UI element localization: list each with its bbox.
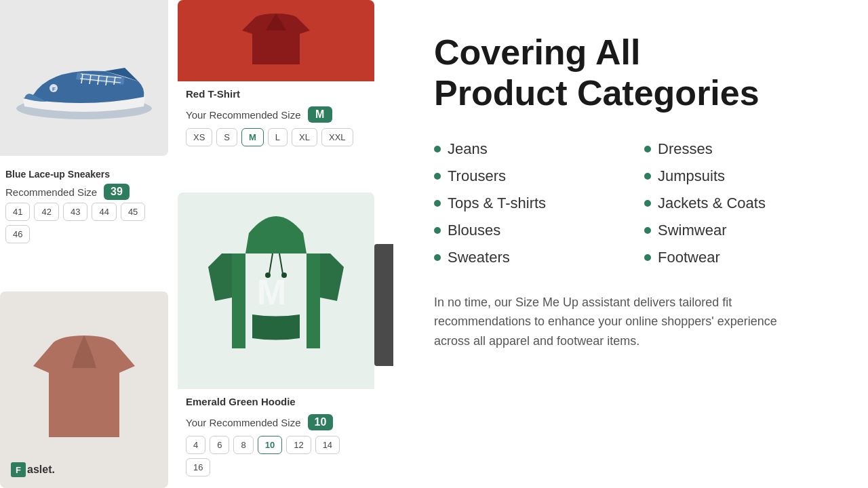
- sneaker-size-41[interactable]: 41: [5, 203, 30, 221]
- scroll-bar[interactable]: [374, 244, 393, 366]
- tshirt-svg: [242, 10, 310, 71]
- sneaker-product-name: Blue Lace-up Sneakers: [0, 166, 168, 182]
- hoodie-card: M Emerald Green Hoodie Your Recommended …: [178, 192, 374, 476]
- svg-text:F: F: [52, 86, 56, 92]
- categories-right-list: DressesJumpsuitsJackets & CoatsSwimwearF…: [644, 136, 827, 271]
- tshirt-size-M[interactable]: M: [241, 128, 264, 146]
- category-item: Jeans: [434, 136, 617, 163]
- hoodie-product-name: Emerald Green Hoodie: [178, 389, 374, 411]
- hoodie-size-10[interactable]: 10: [258, 436, 282, 454]
- sneaker-label-area: Blue Lace-up Sneakers Recommended Size 3…: [0, 166, 168, 243]
- description-text: In no time, our Size Me Up assistant del…: [434, 293, 787, 351]
- logo-icon: F: [11, 462, 26, 477]
- hoodie-recommended-row: Your Recommended Size 10: [178, 411, 374, 436]
- category-item: Dresses: [644, 136, 827, 163]
- hoodie-size-14[interactable]: 14: [315, 436, 340, 454]
- tshirt-image: [178, 0, 374, 81]
- category-item: Swimwear: [644, 217, 827, 244]
- tshirt-size-badge: M: [308, 106, 332, 123]
- hoodie-svg: M: [208, 213, 344, 369]
- sneaker-size-options: 414243444546: [0, 203, 168, 243]
- brown-tshirt-card: [0, 291, 168, 488]
- category-item: Sweaters: [434, 244, 617, 271]
- logo-text: aslet.: [27, 464, 55, 476]
- sneaker-recommended-row: Recommended Size 39: [0, 182, 168, 203]
- right-panel: Covering All Product Categories JeansTro…: [393, 0, 868, 488]
- svg-point-14: [281, 272, 287, 278]
- sneaker-recommended-label: Recommended Size: [5, 186, 97, 198]
- tshirt-card: Red T-Shirt Your Recommended Size M XSSM…: [178, 0, 374, 157]
- hoodie-size-options: 46810121416: [178, 436, 374, 476]
- sneaker-size-45[interactable]: 45: [121, 203, 145, 221]
- left-panel: F Blue Lace-up Sneakers Recommended Size…: [0, 0, 393, 488]
- hoodie-size-8[interactable]: 8: [233, 436, 253, 454]
- sneaker-size-42[interactable]: 42: [34, 203, 58, 221]
- hoodie-size-6[interactable]: 6: [210, 436, 229, 454]
- tshirt-size-XL[interactable]: XL: [292, 128, 317, 146]
- hoodie-recommended-label: Your Recommended Size: [186, 417, 301, 428]
- hoodie-image: M: [178, 192, 374, 389]
- tshirt-size-XXL[interactable]: XXL: [321, 128, 353, 146]
- svg-point-13: [265, 272, 271, 278]
- main-title: Covering All Product Categories: [434, 33, 827, 114]
- tshirt-size-L[interactable]: L: [268, 128, 288, 146]
- sneaker-size-badge: 39: [104, 184, 130, 200]
- category-item: Trousers: [434, 163, 617, 190]
- category-item: Tops & T-shirts: [434, 190, 617, 217]
- categories-left-list: JeansTrousersTops & T-shirtsBlousesSweat…: [434, 136, 617, 271]
- tshirt-product-name: Red T-Shirt: [178, 81, 374, 104]
- hoodie-size-4[interactable]: 4: [186, 436, 205, 454]
- shoe-image: F: [0, 0, 168, 156]
- hoodie-size-12[interactable]: 12: [286, 436, 311, 454]
- category-item: Footwear: [644, 244, 827, 271]
- tshirt-size-S[interactable]: S: [216, 128, 237, 146]
- sneaker-size-43[interactable]: 43: [63, 203, 87, 221]
- tshirt-size-XS[interactable]: XS: [186, 128, 212, 146]
- logo: F aslet.: [11, 462, 55, 477]
- shoe-card: F: [0, 0, 168, 156]
- brown-tshirt-svg: [30, 329, 138, 451]
- hoodie-size-badge: 10: [308, 414, 334, 430]
- shoe-svg: F: [9, 30, 159, 125]
- tshirt-recommended-row: Your Recommended Size M: [178, 104, 374, 128]
- category-item: Blouses: [434, 217, 617, 244]
- tshirt-size-options: XSSMLXLXXL: [178, 128, 374, 146]
- category-item: Jackets & Coats: [644, 190, 827, 217]
- sneaker-size-44[interactable]: 44: [92, 203, 116, 221]
- category-item: Jumpsuits: [644, 163, 827, 190]
- tshirt-recommended-label: Your Recommended Size: [186, 109, 301, 121]
- categories-grid: JeansTrousersTops & T-shirtsBlousesSweat…: [434, 136, 827, 271]
- sneaker-size-46[interactable]: 46: [5, 225, 30, 243]
- svg-text:M: M: [257, 272, 286, 312]
- svg-line-11: [269, 253, 273, 274]
- svg-line-12: [279, 253, 283, 274]
- hoodie-size-16[interactable]: 16: [186, 458, 210, 476]
